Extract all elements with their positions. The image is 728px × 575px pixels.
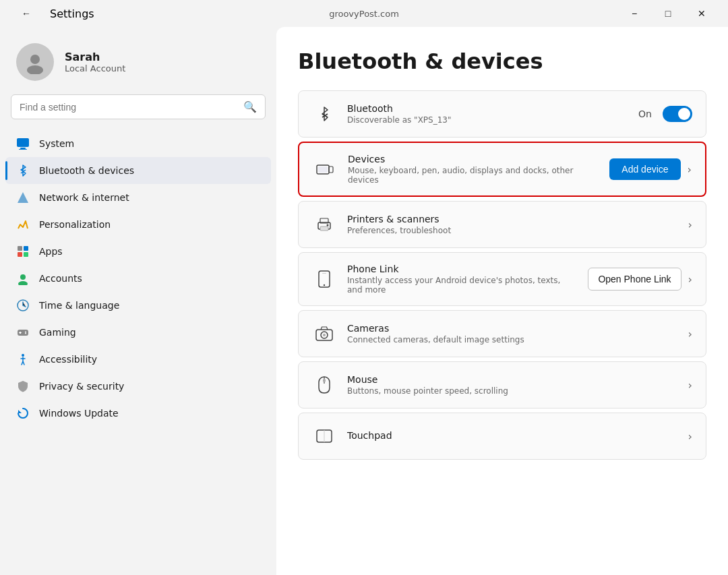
bluetooth-toggle[interactable] <box>663 106 692 122</box>
svg-marker-19 <box>18 410 22 413</box>
cameras-chevron: › <box>688 328 692 340</box>
sidebar-item-network[interactable]: Network & internet <box>5 184 271 211</box>
avatar <box>16 43 54 81</box>
printers-row-text: Printers & scanners Preferences, trouble… <box>347 214 677 235</box>
phone-link-row-subtitle: Instantly access your Android device's p… <box>347 276 577 295</box>
bluetooth-row-text: Bluetooth Discoverable as "XPS_13" <box>347 103 628 125</box>
touchpad-row-icon <box>312 424 336 448</box>
cameras-row-subtitle: Connected cameras, default image setting… <box>347 335 677 344</box>
svg-point-26 <box>327 224 329 226</box>
sidebar-item-bluetooth[interactable]: Bluetooth & devices ← <box>5 157 271 184</box>
cameras-row-title: Cameras <box>347 323 677 334</box>
windows-update-icon <box>16 406 30 420</box>
bluetooth-row-title: Bluetooth <box>347 103 628 114</box>
mouse-card: Mouse Buttons, mouse pointer speed, scro… <box>298 361 706 408</box>
devices-row-subtitle: Mouse, keyboard, pen, audio, displays an… <box>348 166 599 185</box>
svg-rect-7 <box>24 246 28 251</box>
touchpad-card: Touchpad › <box>298 413 706 460</box>
svg-rect-24 <box>320 226 328 231</box>
bluetooth-row-icon <box>312 102 336 126</box>
title-bar-left: ← Settings <box>11 3 94 24</box>
mouse-row-subtitle: Buttons, mouse pointer speed, scrolling <box>347 386 677 396</box>
apps-label: Apps <box>39 246 63 257</box>
time-label: Time & language <box>39 300 119 311</box>
accounts-label: Accounts <box>39 273 82 284</box>
bluetooth-icon <box>16 164 30 177</box>
sidebar-item-personalization[interactable]: Personalization <box>5 211 271 238</box>
svg-rect-8 <box>18 252 22 257</box>
app-body: Sarah Local Account 🔍 System <box>0 27 728 575</box>
network-icon <box>16 191 30 204</box>
cameras-row[interactable]: Cameras Connected cameras, default image… <box>299 311 706 357</box>
svg-point-32 <box>323 334 326 336</box>
time-icon <box>16 299 30 312</box>
sidebar-item-system[interactable]: System <box>5 130 271 157</box>
add-device-button[interactable]: Add device <box>609 158 680 180</box>
accessibility-icon <box>16 353 30 366</box>
active-indicator <box>5 161 7 180</box>
printers-chevron: › <box>688 218 692 231</box>
bluetooth-row-right: On <box>638 106 692 122</box>
phone-link-card: Phone Link Instantly access your Android… <box>298 252 706 306</box>
svg-point-28 <box>324 284 325 286</box>
sidebar-item-accounts[interactable]: Accounts <box>5 265 271 292</box>
main-content: Bluetooth & devices Bluetooth Discoverab… <box>276 27 728 575</box>
privacy-label: Privacy & security <box>39 381 124 392</box>
svg-marker-5 <box>18 192 28 203</box>
svg-point-1 <box>27 65 43 74</box>
svg-point-17 <box>25 333 26 334</box>
devices-row[interactable]: Devices Mouse, keyboard, pen, audio, dis… <box>299 143 705 195</box>
phone-link-row-text: Phone Link Instantly access your Android… <box>347 264 577 295</box>
svg-rect-2 <box>17 138 29 147</box>
watermark: groovyPost.com <box>329 9 399 19</box>
sidebar-item-windows-update[interactable]: Windows Update <box>5 400 271 427</box>
page-title: Bluetooth & devices <box>298 49 706 74</box>
title-bar: ← Settings groovyPost.com − □ ✕ <box>0 0 728 27</box>
touchpad-row[interactable]: Touchpad › <box>299 413 706 459</box>
bluetooth-label: Bluetooth & devices <box>39 165 134 176</box>
devices-row-title: Devices <box>348 154 599 164</box>
profile-info: Sarah Local Account <box>65 51 125 73</box>
printers-row-subtitle: Preferences, troubleshoot <box>347 226 677 235</box>
svg-rect-22 <box>329 167 333 173</box>
back-button[interactable]: ← <box>11 3 42 24</box>
open-phone-link-button[interactable]: Open Phone Link <box>588 268 681 291</box>
mouse-row-right: › <box>688 379 692 392</box>
svg-point-11 <box>18 281 28 285</box>
cameras-row-icon <box>312 322 336 346</box>
windows-update-label: Windows Update <box>39 408 119 419</box>
touchpad-row-title: Touchpad <box>347 430 677 441</box>
search-box[interactable]: 🔍 <box>11 94 266 119</box>
devices-row-icon <box>313 157 337 181</box>
mouse-row[interactable]: Mouse Buttons, mouse pointer speed, scro… <box>299 362 706 408</box>
bluetooth-card: Bluetooth Discoverable as "XPS_13" On <box>298 90 706 138</box>
phone-link-row[interactable]: Phone Link Instantly access your Android… <box>299 253 706 305</box>
svg-point-18 <box>22 354 24 357</box>
system-icon <box>16 137 30 150</box>
gaming-icon <box>16 326 30 339</box>
close-button[interactable]: ✕ <box>686 3 717 24</box>
profile-section: Sarah Local Account <box>0 27 276 94</box>
svg-rect-3 <box>20 148 26 149</box>
mouse-chevron: › <box>688 379 692 392</box>
phone-link-row-title: Phone Link <box>347 264 577 274</box>
svg-rect-29 <box>322 273 326 274</box>
maximize-button[interactable]: □ <box>653 3 684 24</box>
bluetooth-row[interactable]: Bluetooth Discoverable as "XPS_13" On <box>299 91 706 137</box>
sidebar-item-privacy[interactable]: Privacy & security <box>5 373 271 400</box>
search-input[interactable] <box>20 102 238 113</box>
printers-row-title: Printers & scanners <box>347 214 677 224</box>
sidebar-item-apps[interactable]: Apps <box>5 238 271 265</box>
profile-subtitle: Local Account <box>65 63 125 73</box>
system-label: System <box>39 138 74 149</box>
mouse-row-icon <box>312 373 336 397</box>
sidebar-item-gaming[interactable]: Gaming <box>5 319 271 346</box>
sidebar-item-time[interactable]: Time & language <box>5 292 271 319</box>
minimize-button[interactable]: − <box>619 3 650 24</box>
personalization-icon <box>16 218 30 231</box>
devices-chevron: › <box>688 163 692 176</box>
svg-rect-15 <box>19 332 22 333</box>
phone-link-chevron: › <box>688 273 692 286</box>
printers-row[interactable]: Printers & scanners Preferences, trouble… <box>299 202 706 247</box>
sidebar-item-accessibility[interactable]: Accessibility <box>5 346 271 373</box>
